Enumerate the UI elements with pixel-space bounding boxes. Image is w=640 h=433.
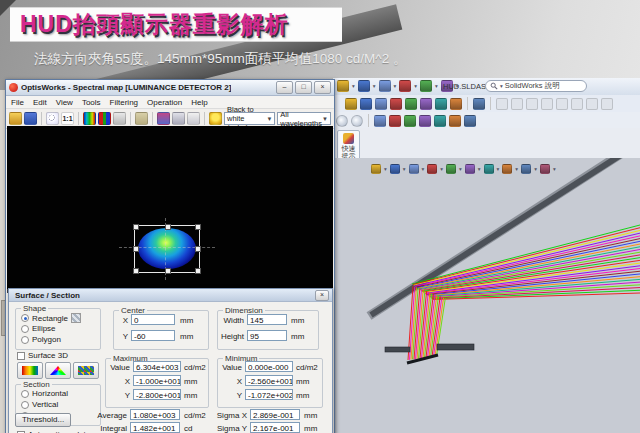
apply-scene-icon[interactable] [521, 164, 531, 174]
sketch-icon[interactable] [389, 115, 401, 127]
smart-fastener-icon[interactable] [405, 98, 417, 110]
maximum-value-field[interactable]: 6.304e+003 [133, 361, 181, 372]
chevron-down-icon[interactable]: ▾ [497, 166, 500, 172]
insert-component-icon[interactable] [360, 98, 372, 110]
optisworks-titlebar[interactable]: OptisWorks - Spectral map [LUMINANCE DET… [6, 80, 334, 96]
g8-icon[interactable] [601, 98, 613, 110]
chevron-down-icon[interactable]: ▾ [435, 83, 438, 89]
g5-icon[interactable] [556, 98, 568, 110]
radio-icon[interactable] [21, 401, 29, 409]
hide-show-icon[interactable] [484, 164, 494, 174]
slider-icon[interactable] [172, 112, 185, 125]
sigma-x-field[interactable]: 2.869e-001 [250, 409, 300, 420]
evaluate-icon[interactable] [404, 115, 416, 127]
selection-handle[interactable] [133, 246, 139, 252]
open-icon[interactable] [358, 80, 370, 92]
menu-item-file[interactable]: File [11, 98, 24, 107]
minimum-y-field[interactable]: -1.072e+002 [245, 389, 293, 400]
color-grid-button[interactable] [73, 362, 99, 379]
menu-item-help[interactable]: Help [191, 98, 207, 107]
chevron-down-icon[interactable]: ▾ [352, 83, 355, 89]
height-field[interactable]: 95 [247, 330, 287, 341]
chevron-down-icon[interactable]: ▾ [422, 166, 425, 172]
help-search-box[interactable]: ▾ SolidWorks 說明 [485, 80, 587, 92]
radio-vertical[interactable]: Vertical [21, 400, 58, 409]
chevron-down-icon[interactable]: ▾ [515, 166, 518, 172]
radio-ellipse[interactable]: Ellipse [21, 324, 56, 333]
zoom-fit-icon[interactable] [371, 164, 381, 174]
radio-horizontal[interactable]: Horizontal [21, 389, 68, 398]
chevron-down-icon[interactable]: ▾ [384, 166, 387, 172]
maximize-button[interactable]: □ [295, 81, 312, 94]
center-y-field[interactable]: -60 [131, 330, 175, 341]
zoom-icon[interactable] [46, 112, 59, 125]
g2-icon[interactable] [511, 98, 523, 110]
chevron-down-icon[interactable]: ▾ [553, 166, 556, 172]
save-icon[interactable] [379, 80, 391, 92]
chevron-down-icon[interactable]: ▾ [459, 166, 462, 172]
radio-icon[interactable] [21, 390, 29, 398]
quick-tips-button[interactable]: 快速提示 [337, 130, 360, 161]
colormap-bars-button[interactable] [17, 362, 43, 379]
minimum-x-field[interactable]: -2.560e+001 [245, 375, 293, 386]
g6-icon[interactable] [571, 98, 583, 110]
show-hide-icon[interactable] [435, 98, 447, 110]
menu-item-tools[interactable]: Tools [82, 98, 101, 107]
integral-field[interactable]: 1.482e+001 [130, 422, 180, 433]
wavelength-dropdown[interactable]: All wavelengths ▼ [277, 112, 331, 125]
search-dropdown-caret[interactable]: ▾ [500, 83, 503, 89]
forward-icon[interactable] [351, 115, 363, 127]
edit-appearance-icon[interactable] [502, 164, 512, 174]
close-button[interactable]: × [314, 81, 331, 94]
g1-icon[interactable] [496, 98, 508, 110]
colormap-dropdown[interactable]: Black to white (color) ▼ [224, 112, 275, 125]
display-style-icon[interactable] [465, 164, 475, 174]
minimize-button[interactable]: – [276, 81, 293, 94]
component-pattern-icon[interactable] [390, 98, 402, 110]
view-setting-icon[interactable] [540, 164, 550, 174]
appearance-icon[interactable] [464, 115, 476, 127]
rgb-icon[interactable] [98, 112, 111, 125]
open-icon[interactable] [9, 112, 22, 125]
radio-polygon[interactable]: Polygon [21, 335, 61, 344]
menu-item-filtering[interactable]: Filtering [110, 98, 138, 107]
selection-handle[interactable] [165, 268, 171, 274]
color-triangle-button[interactable] [45, 362, 71, 379]
spectrum-icon[interactable] [83, 112, 96, 125]
radio-rectangle[interactable]: Rectangle [21, 313, 81, 323]
maximum-y-field[interactable]: -2.800e+001 [133, 389, 181, 400]
zoom-area-icon[interactable] [390, 164, 400, 174]
selection-handle[interactable] [133, 268, 139, 274]
prev-view-icon[interactable] [409, 164, 419, 174]
chevron-down-icon[interactable]: ▾ [403, 166, 406, 172]
width-field[interactable]: 145 [247, 314, 287, 325]
dimxpert-icon[interactable] [419, 115, 431, 127]
luminance-map-display[interactable] [7, 126, 333, 289]
chevron-down-icon[interactable]: ▾ [440, 166, 443, 172]
section-view-icon[interactable] [427, 164, 437, 174]
center-x-field[interactable]: 0 [131, 314, 175, 325]
dialog-titlebar[interactable]: Surface / Section × [9, 289, 332, 302]
selection-handle[interactable] [195, 246, 201, 252]
threshold-button[interactable]: Threshold... [15, 413, 71, 427]
save-icon[interactable] [24, 112, 37, 125]
ruler-icon[interactable] [113, 112, 126, 125]
graphics-area[interactable] [333, 158, 640, 433]
selection-handle[interactable] [195, 268, 201, 274]
selection-handle[interactable] [165, 224, 171, 230]
clipboard-icon[interactable] [135, 112, 148, 125]
render-icon[interactable] [434, 115, 446, 127]
g4-icon[interactable] [541, 98, 553, 110]
radio-icon[interactable] [21, 336, 29, 344]
chart-icon[interactable] [157, 112, 170, 125]
surface-3d-checkbox[interactable]: Surface 3D [17, 351, 68, 360]
chevron-down-icon[interactable]: ▾ [394, 83, 397, 89]
minimum-value-field[interactable]: 0.000e-000 [245, 361, 293, 372]
chevron-down-icon[interactable]: ▾ [478, 166, 481, 172]
ref-geometry-icon[interactable] [473, 98, 485, 110]
sigma-y-field[interactable]: 2.167e-001 [250, 422, 300, 433]
selection-handle[interactable] [133, 224, 139, 230]
measure-icon[interactable] [449, 115, 461, 127]
g7-icon[interactable] [586, 98, 598, 110]
average-field[interactable]: 1.080e+003 [130, 409, 180, 420]
